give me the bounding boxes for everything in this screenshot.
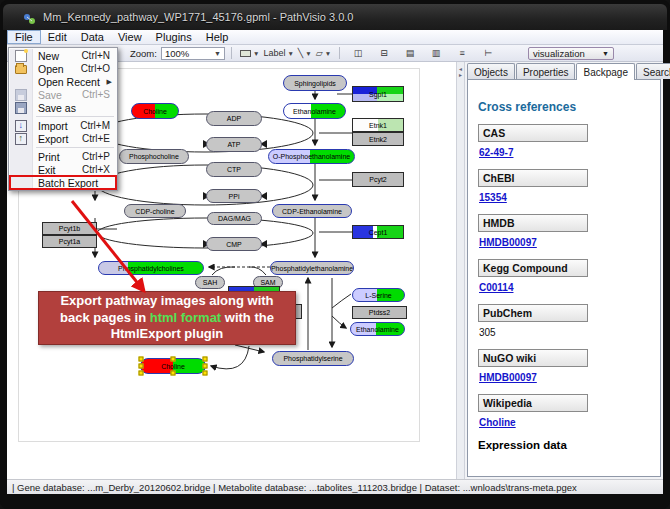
pathway-node-etnk2[interactable]: Etnk2	[352, 132, 404, 146]
pathway-node-phosphocholine[interactable]: Phosphocholine	[119, 149, 189, 164]
tab-properties[interactable]: Properties	[516, 63, 576, 79]
file-menu-item-print[interactable]: PrintCtrl+P	[10, 150, 116, 163]
pathway-node-atp[interactable]: ATP	[206, 137, 262, 152]
file-menu-item-exit[interactable]: ExitCtrl+X	[10, 163, 116, 176]
pathway-node-etnk1[interactable]: Etnk1	[352, 118, 404, 132]
pathway-node-pcyt1b[interactable]: Pcyt1b	[42, 222, 97, 235]
file-menu-item-save-as[interactable]: Save as	[10, 101, 116, 114]
pathway-node-label: Cept1	[369, 229, 388, 236]
cross-reference-link[interactable]: C00114	[479, 282, 513, 293]
pathway-node-label: Choline	[143, 108, 167, 115]
pathway-node-cdp-choline[interactable]: CDP-choline	[124, 204, 186, 218]
menu-data[interactable]: Data	[74, 30, 111, 44]
pathway-node-dag-mag[interactable]: DAG/MAG	[207, 212, 262, 225]
label-tool-button[interactable]: Label▼	[261, 46, 295, 60]
menu-edit[interactable]: Edit	[41, 30, 74, 44]
menu-plugins[interactable]: Plugins	[149, 30, 199, 44]
file-menu-item-new[interactable]: NewCtrl+N	[10, 49, 116, 62]
stack-vertical-button[interactable]: ▤	[402, 46, 418, 60]
pathway-node-ethanolamine[interactable]: Ethanolamine	[350, 322, 405, 336]
selection-handle[interactable]	[203, 357, 208, 362]
pathway-node-cmp[interactable]: CMP	[206, 237, 262, 251]
pathway-node-adp[interactable]: ADP	[206, 111, 262, 126]
cross-reference-link[interactable]: HMDB00097	[479, 372, 537, 383]
zoom-combobox[interactable]: 100% ▼	[161, 47, 225, 60]
selection-handle[interactable]	[203, 371, 208, 376]
chevron-down-icon[interactable]: ▼	[325, 50, 331, 57]
file-menu-item-open[interactable]: OpenCtrl+O	[10, 62, 116, 75]
pathway-node-sah[interactable]: SAH	[195, 276, 225, 289]
menu-view[interactable]: View	[111, 30, 149, 44]
stack-horizontal-button[interactable]: ▥	[428, 46, 444, 60]
datanode-icon	[240, 50, 251, 57]
chevron-down-icon[interactable]: ▼	[287, 50, 293, 57]
selection-handle[interactable]	[139, 371, 144, 376]
line-tool-button[interactable]: ╲▼	[296, 46, 314, 60]
pathway-node-label: Sphingolipids	[294, 80, 336, 87]
shape-tool-button[interactable]: ▱▼	[314, 46, 333, 60]
align-left-button[interactable]: ⊢	[480, 46, 496, 60]
selection-handle[interactable]	[171, 357, 176, 362]
collapse-right-icon[interactable]: ►	[458, 72, 463, 78]
label-tool-text: Label	[263, 48, 285, 58]
chevron-down-icon[interactable]: ▼	[602, 50, 609, 57]
file-menu-popup: NewCtrl+NOpenCtrl+OOpen Recent▶SaveCtrl+…	[8, 47, 118, 191]
cross-reference-link[interactable]: 62-49-7	[479, 147, 513, 158]
pathway-node-l-serine[interactable]: L-Serine	[352, 288, 405, 302]
cross-references-heading: Cross references	[478, 100, 660, 114]
submenu-arrow-icon: ▶	[107, 78, 116, 86]
chevron-down-icon[interactable]: ▼	[305, 50, 311, 57]
window-title: Mm_Kennedy_pathway_WP1771_45176.gpml - P…	[43, 11, 353, 23]
pathway-node-ctp[interactable]: CTP	[206, 162, 262, 177]
chevron-down-icon[interactable]: ▼	[253, 50, 259, 57]
pathway-node-label: CTP	[227, 166, 241, 173]
backpage-section-header: HMDB	[478, 214, 588, 232]
tab-backpage[interactable]: Backpage	[576, 63, 634, 80]
visualization-value: visualization	[533, 48, 585, 59]
pathway-node-label: Sgpl1	[369, 91, 387, 98]
datanode-tool-button[interactable]: ▼	[238, 46, 261, 60]
selection-handle[interactable]	[139, 357, 144, 362]
pathway-node-sphingolipids[interactable]: Sphingolipids	[283, 75, 347, 91]
selection-handle[interactable]	[171, 371, 176, 376]
pathway-node-cept1[interactable]: Cept1	[352, 225, 404, 239]
pathway-node-ethanolamine[interactable]: Ethanolamine	[283, 103, 346, 119]
tab-objects[interactable]: Objects	[467, 63, 515, 79]
cross-reference-link[interactable]: 15354	[479, 192, 507, 203]
panel-divider[interactable]: ◄ ►	[456, 62, 465, 479]
file-menu-item-batch-export[interactable]: Batch Export	[10, 176, 116, 189]
pathway-node-label: ATP	[227, 141, 240, 148]
pathway-node-cdp-ethanolamine[interactable]: CDP-Ethanolamine	[272, 204, 352, 218]
selection-handle[interactable]	[139, 364, 144, 369]
menu-file[interactable]: File	[7, 30, 41, 44]
menu-help[interactable]: Help	[199, 30, 236, 44]
file-menu-item-open-recent[interactable]: Open Recent▶	[10, 75, 116, 88]
backpage-section-header: ChEBI	[478, 169, 588, 187]
pathway-node-pcyt1a[interactable]: Pcyt1a	[42, 235, 97, 248]
pathway-node-o-phosphoethanolamine[interactable]: O-Phosphoethanolamine	[268, 149, 355, 164]
pathway-node-label: Choline	[161, 363, 185, 370]
chevron-down-icon[interactable]: ▼	[208, 50, 221, 57]
pathway-node-phosphatidylserine[interactable]: Phosphatidylserine	[272, 351, 354, 366]
pathway-node-ptdss2[interactable]: Ptdss2	[352, 306, 407, 319]
pathway-node-label: Pcyt1a	[59, 238, 80, 245]
cross-reference-link[interactable]: Choline	[479, 417, 516, 428]
distribute-horizontal-button[interactable]: ≡	[454, 46, 470, 60]
file-menu-item-save[interactable]: SaveCtrl+S	[10, 88, 116, 101]
pathway-node-ppi[interactable]: PPi	[206, 189, 262, 203]
align-center-vertical-button[interactable]: ⊟	[376, 46, 392, 60]
align-center-horizontal-button[interactable]: ◫	[350, 46, 366, 60]
pathway-node-phosphatidylcholines[interactable]: Phosphatidylcholines	[98, 261, 204, 275]
pathway-node-choline[interactable]: Choline	[131, 103, 179, 119]
title-bar[interactable]: Mm_Kennedy_pathway_WP1771_45176.gpml - P…	[3, 4, 667, 30]
pathway-node-pcyt2[interactable]: Pcyt2	[352, 172, 404, 187]
file-menu-item-import[interactable]: ImportCtrl+M	[10, 119, 116, 132]
pathway-node-sgpl1[interactable]: Sgpl1	[352, 86, 404, 102]
selection-handle[interactable]	[203, 364, 208, 369]
pathway-node-choline[interactable]: Choline	[140, 358, 206, 374]
file-menu-item-export[interactable]: ExportCtrl+E	[10, 132, 116, 145]
cross-reference-link[interactable]: HMDB00097	[479, 237, 537, 248]
tab-search[interactable]: Search	[636, 63, 670, 79]
visualization-combobox[interactable]: visualization ▼	[528, 47, 614, 60]
pathway-node-phosphatidylethanolamine[interactable]: Phosphatidylethanolamine	[270, 261, 354, 275]
